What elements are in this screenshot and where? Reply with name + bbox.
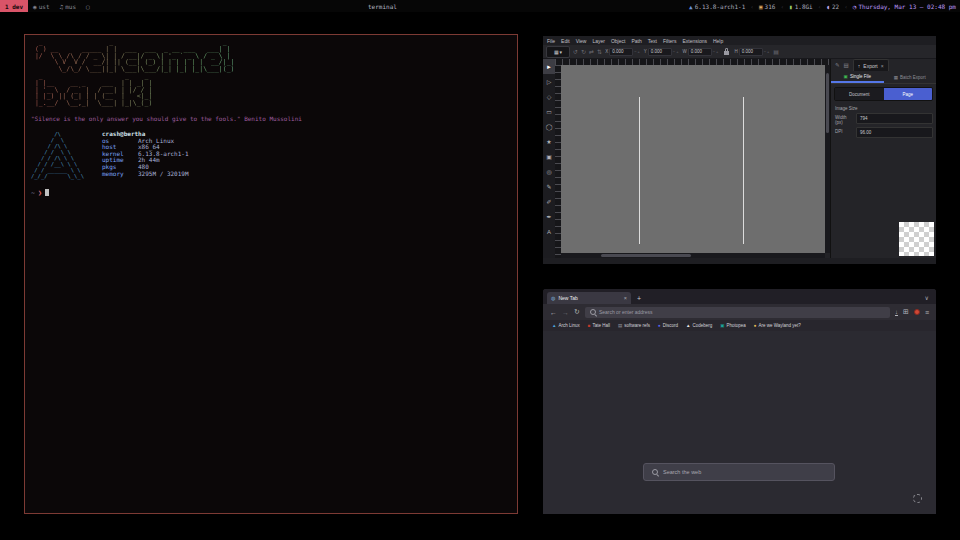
tool-selector[interactable]: ► bbox=[543, 59, 555, 74]
w-input[interactable]: 0.000 bbox=[688, 48, 712, 56]
layers-dock-icon[interactable]: ▤ bbox=[844, 62, 849, 68]
menu-edit[interactable]: Edit bbox=[561, 38, 570, 44]
back-button[interactable]: ← bbox=[550, 309, 557, 316]
rotate-ccw-icon[interactable]: ↺ bbox=[573, 48, 578, 55]
downloads-icon[interactable]: ↓ bbox=[895, 309, 898, 316]
tool-star[interactable]: ★ bbox=[543, 134, 555, 149]
web-search-input[interactable]: Search the web bbox=[643, 463, 835, 481]
h-spinner[interactable]: −+ bbox=[764, 49, 771, 54]
export-dock-tab[interactable]: ↑ Export × bbox=[853, 59, 889, 71]
close-icon[interactable]: × bbox=[881, 63, 884, 69]
new-tab-button[interactable]: + bbox=[637, 295, 641, 302]
menu-object[interactable]: Object bbox=[611, 38, 625, 44]
menu-text[interactable]: Text bbox=[648, 38, 657, 44]
search-icon bbox=[590, 309, 596, 315]
separator: ‹ bbox=[750, 3, 754, 10]
units-icon[interactable]: ▤ bbox=[773, 48, 779, 55]
tool-3dbox[interactable]: ▣ bbox=[543, 149, 555, 164]
selection-mode-button[interactable]: ▦▾ bbox=[546, 46, 570, 58]
page-button[interactable]: Page bbox=[884, 88, 933, 100]
tool-node[interactable]: ▷ bbox=[543, 74, 555, 89]
browser-window[interactable]: ◍ New Tab × + ∨ ← → ↻ Search or enter ad… bbox=[543, 289, 936, 514]
y-input[interactable]: 0.000 bbox=[648, 48, 672, 56]
x-spinner[interactable]: −+ bbox=[634, 49, 641, 54]
shell-prompt[interactable]: ~ ❯ bbox=[31, 189, 511, 197]
memory-module: ▮ 1.8Gi bbox=[789, 3, 813, 10]
bookmark-arch-linux[interactable]: ▲Arch Linux bbox=[552, 323, 580, 328]
arch-icon: ▲ bbox=[689, 3, 693, 10]
bookmark-software-refs[interactable]: ▤software refs bbox=[618, 323, 650, 328]
tab-single-file[interactable]: ▣Single File bbox=[831, 71, 884, 83]
image-size-label: Image Size bbox=[835, 106, 936, 111]
bookmark-tate-hall[interactable]: ■Tate Hall bbox=[588, 323, 610, 328]
workspace-tag-mus[interactable]: ♫mus bbox=[55, 0, 81, 12]
active-tab[interactable]: ◍ New Tab × bbox=[547, 292, 631, 304]
text-cursor bbox=[45, 189, 49, 196]
tool-rectangle[interactable]: ▭ bbox=[543, 104, 555, 119]
batch-export-icon: ▦ bbox=[894, 75, 898, 80]
clock-module: ◔ Thursday, Mar 13 — 02:48 pm bbox=[853, 3, 956, 10]
clock-icon: ◔ bbox=[853, 3, 857, 10]
address-bar[interactable]: Search or enter address bbox=[585, 307, 890, 318]
prompt-path: ~ bbox=[31, 189, 35, 197]
adblock-extension-icon[interactable] bbox=[914, 309, 920, 315]
workspace-tags: 1 dev ◉ust ♫mus ▢ bbox=[0, 0, 95, 12]
menu-filters[interactable]: Filters bbox=[663, 38, 677, 44]
y-spinner[interactable]: −+ bbox=[673, 49, 680, 54]
list-tabs-chevron-icon[interactable]: ∨ bbox=[925, 294, 929, 301]
bookmark-photopea[interactable]: ▣Photopea bbox=[720, 323, 746, 328]
globe-icon: ◍ bbox=[551, 295, 555, 301]
tool-text[interactable]: A bbox=[543, 224, 555, 239]
scrollbar-thumb[interactable] bbox=[601, 254, 691, 257]
bookmark-discord[interactable]: ●Discord bbox=[658, 323, 678, 328]
reload-button[interactable]: ↻ bbox=[574, 308, 580, 316]
settings-gear-icon[interactable] bbox=[913, 494, 922, 503]
menu-view[interactable]: View bbox=[576, 38, 587, 44]
document-button[interactable]: Document bbox=[835, 88, 884, 100]
tool-calligraphy[interactable]: ✒ bbox=[543, 209, 555, 224]
dpi-input[interactable]: 96.00 bbox=[856, 127, 933, 138]
flip-vertical-icon[interactable]: ⇅ bbox=[597, 48, 602, 55]
tool-spiral[interactable]: ◎ bbox=[543, 164, 555, 179]
tab-close-icon[interactable]: × bbox=[624, 295, 627, 301]
bookmark-codeberg[interactable]: ▲Codeberg bbox=[686, 323, 712, 328]
menu-icon[interactable]: ≡ bbox=[925, 309, 929, 316]
inkscape-window[interactable]: File Edit View Layer Object Path Text Fi… bbox=[543, 36, 936, 264]
rotate-cw-icon[interactable]: ↻ bbox=[581, 48, 586, 55]
tool-shape-builder[interactable]: ◇ bbox=[543, 89, 555, 104]
workspace-tag-ust[interactable]: ◉ust bbox=[28, 0, 54, 12]
fetch-row-memory: memory3295M / 32019M bbox=[102, 171, 189, 178]
menu-layer[interactable]: Layer bbox=[592, 38, 605, 44]
menu-file[interactable]: File bbox=[547, 38, 555, 44]
dpi-label: DPI bbox=[835, 127, 853, 134]
menu-help[interactable]: Help bbox=[713, 38, 723, 44]
flip-horizontal-icon[interactable]: ⇄ bbox=[589, 48, 594, 55]
layout-symbol[interactable]: ▢ bbox=[81, 0, 95, 12]
address-placeholder: Search or enter address bbox=[599, 309, 653, 315]
bookmark-are-we-wayland-yet[interactable]: ●Are we Wayland yet? bbox=[754, 323, 801, 328]
batch-export-label: Batch Export bbox=[900, 75, 926, 80]
inkscape-canvas[interactable] bbox=[561, 65, 825, 253]
tool-pen[interactable]: ✐ bbox=[543, 194, 555, 209]
separator: ‹ bbox=[844, 3, 848, 10]
scrollbar-thumb[interactable] bbox=[826, 73, 829, 133]
width-input[interactable]: 794 bbox=[856, 113, 933, 124]
pencil-dock-icon[interactable]: ✎ bbox=[835, 62, 840, 68]
tool-ellipse[interactable]: ◯ bbox=[543, 119, 555, 134]
menu-path[interactable]: Path bbox=[631, 38, 641, 44]
x-input[interactable]: 0.000 bbox=[609, 48, 633, 56]
bookmark-label: Arch Linux bbox=[558, 323, 579, 328]
workspace-tag-dev[interactable]: 1 dev bbox=[0, 0, 28, 12]
menu-extensions[interactable]: Extensions bbox=[683, 38, 707, 44]
tab-batch-export[interactable]: ▦Batch Export bbox=[884, 71, 937, 83]
globe-icon: ◉ bbox=[33, 3, 37, 10]
w-spinner[interactable]: −+ bbox=[713, 49, 720, 54]
extensions-icon[interactable]: ⊞ bbox=[903, 308, 909, 316]
h-input[interactable]: 0.000 bbox=[739, 48, 763, 56]
lock-ratio-icon[interactable] bbox=[724, 51, 729, 55]
forward-button[interactable]: → bbox=[562, 309, 569, 316]
h-field: H 0.000 −+ bbox=[734, 48, 770, 56]
tool-pencil[interactable]: ✎ bbox=[543, 179, 555, 194]
terminal-window[interactable]: _ _ _ ( ) __ _____ | | ___ ___ _ __ ___ … bbox=[24, 34, 518, 514]
focused-window-title: terminal bbox=[368, 0, 397, 12]
